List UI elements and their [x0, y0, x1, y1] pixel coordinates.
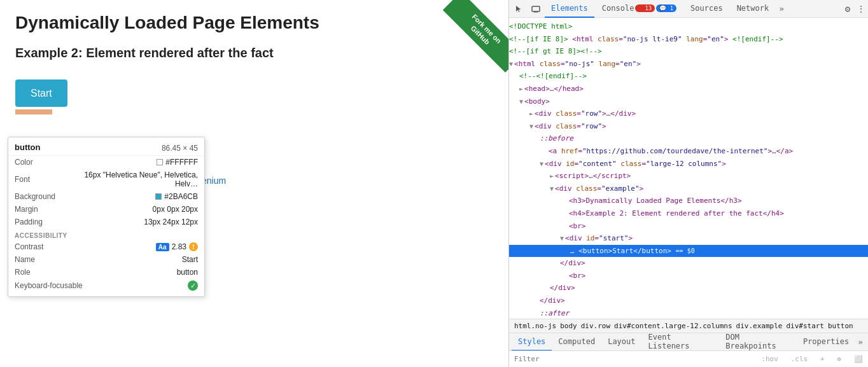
svg-rect-0	[532, 6, 540, 11]
inspector-row-contrast: Contrast Aa 2.83 !	[8, 240, 204, 253]
bc-start[interactable]: div#start	[785, 322, 825, 330]
dom-line-content-div[interactable]: <div id="content" class="large-12 column…	[509, 158, 868, 170]
dom-line-start-div[interactable]: <div id="start">	[509, 232, 868, 245]
inspector-row-padding: Padding 13px 24px 12px	[8, 216, 204, 228]
prop-name-contrast: Contrast	[15, 242, 66, 251]
bottom-tab-styles[interactable]: Styles	[512, 333, 552, 351]
prop-value-keyboard-focusable: ✓	[188, 280, 198, 291]
html-triangle[interactable]	[509, 60, 513, 67]
dom-line-div-row2[interactable]: <div class="row">	[509, 120, 868, 133]
prop-value-name: Start	[182, 255, 198, 264]
bc-button[interactable]: button	[827, 322, 855, 330]
inspector-row-color: Color #FFFFFF	[8, 156, 204, 169]
more-bottom-tabs-icon[interactable]: »	[855, 337, 865, 347]
bc-divrow[interactable]: div.row	[580, 322, 612, 330]
svg-rect-1	[534, 11, 538, 13]
tab-console[interactable]: Console 13 💬 1	[596, 0, 683, 18]
dom-line-br2[interactable]: <br>	[509, 270, 868, 282]
inspector-row-background: Background #2BA6CB	[8, 190, 204, 203]
bottom-tab-layout[interactable]: Layout	[601, 333, 641, 351]
devtools-topbar: Elements Console 13 💬 1 Sources Network …	[509, 0, 868, 18]
dom-line-anchor[interactable]: <a href="https://github.com/tourdedave/t…	[509, 145, 868, 158]
color-swatch-blue	[155, 193, 162, 200]
inspector-row-role: Role button	[8, 266, 204, 279]
device-icon-btn[interactable]	[528, 1, 543, 17]
more-tabs-icon[interactable]: »	[776, 4, 787, 13]
div-row1-triangle[interactable]	[529, 110, 533, 117]
prop-value-font: 16px "Helvetica Neue", Helvetica, Helv…	[66, 170, 198, 188]
div-row2-triangle[interactable]	[529, 123, 533, 130]
dom-line-script[interactable]: <script>…</script>	[509, 170, 868, 183]
bottom-tab-event-listeners[interactable]: Event Listeners	[642, 333, 720, 351]
color-swatch-white	[157, 159, 163, 165]
dom-line-doctype: <!DOCTYPE html>	[509, 20, 868, 33]
dom-line-close-div-start: </div>	[509, 257, 868, 270]
dom-line-button[interactable]: … <button>Start</button> == $0	[509, 245, 868, 258]
prop-value-background: #2BA6CB	[155, 192, 198, 201]
script-triangle[interactable]	[550, 172, 554, 179]
cursor-icon-btn[interactable]	[512, 1, 527, 17]
dom-line-h3[interactable]: <h3>Dynamically Loaded Page Elements</h3…	[509, 195, 868, 207]
prop-name-keyboard-focusable: Keyboard-focusable	[15, 281, 83, 290]
button-progress-bar	[15, 109, 52, 114]
start-button[interactable]: Start	[15, 80, 67, 107]
inspector-row-keyboard-focusable: Keyboard-focusable ✓	[8, 279, 204, 293]
example-title: Example 2: Element rendered after the fa…	[15, 46, 493, 60]
inspector-row-font: Font 16px "Helvetica Neue", Helvetica, H…	[8, 169, 204, 190]
accessibility-header: ACCESSIBILITY	[8, 228, 204, 240]
prop-value-margin: 0px 0px 20px	[153, 205, 198, 214]
dom-line-close-div-example: </div>	[509, 282, 868, 294]
tab-elements[interactable]: Elements	[545, 0, 594, 18]
check-icon: ✓	[188, 280, 198, 291]
breadcrumb-bar: html.no-js body div.row div#content.larg…	[509, 319, 868, 333]
bc-content[interactable]: div#content.large-12.columns	[613, 322, 733, 330]
dom-line-h4[interactable]: <h4>Example 2: Element rendered after th…	[509, 207, 868, 220]
start-div-triangle[interactable]	[560, 235, 564, 242]
dom-line-div-row1[interactable]: <div class="row">…</div>	[509, 107, 868, 120]
dom-line-close-div-content: </div>	[509, 294, 868, 307]
dom-line-br1[interactable]: <br>	[509, 220, 868, 233]
page-title: Dynamically Loaded Page Elements	[15, 13, 493, 33]
prop-name-background: Background	[15, 192, 66, 201]
body-triangle[interactable]	[519, 98, 523, 105]
prop-name-role: Role	[15, 268, 66, 277]
dom-line-body[interactable]: <body>	[509, 95, 868, 108]
contrast-warning-icon: !	[189, 242, 198, 251]
inspector-element-type: button	[15, 142, 40, 153]
bottom-tab-dom-breakpoints[interactable]: DOM Breakpoints	[719, 333, 797, 351]
example-div-triangle[interactable]	[550, 185, 554, 192]
prop-value-color: #FFFFFF	[157, 158, 198, 167]
dom-line-html[interactable]: <html class="no-js" lang="en">	[509, 58, 868, 71]
github-ribbon-label: Fork me onGitHub	[443, 0, 508, 73]
more-options-btn[interactable]: ⋮	[857, 4, 865, 14]
inspector-row-margin: Margin 0px 0px 20px	[8, 203, 204, 216]
bottom-tab-computed[interactable]: Computed	[552, 333, 601, 351]
content-div-triangle[interactable]	[540, 160, 543, 167]
bottom-tab-properties[interactable]: Properties	[797, 333, 855, 351]
tab-network[interactable]: Network	[731, 0, 776, 18]
dom-line-endif: <!--<![endif]-->	[509, 70, 868, 83]
dom-line-ie8: <!--[if IE 8]> <html class="no-js lt-ie9…	[509, 33, 868, 46]
dom-line-before: ::before	[509, 132, 868, 145]
inspector-row-name: Name Start	[8, 253, 204, 266]
bc-body[interactable]: body	[559, 322, 578, 330]
dom-line-example-div[interactable]: <div class="example">	[509, 183, 868, 195]
devtools-panel: Elements Console 13 💬 1 Sources Network …	[509, 0, 868, 367]
prop-name-name: Name	[15, 255, 66, 264]
left-panel: Fork me onGitHub Dynamically Loaded Page…	[0, 0, 509, 367]
filter-input[interactable]	[514, 355, 761, 363]
filter-hints: :hov .cls + ⊕ ⬜	[761, 355, 863, 363]
bottom-tabs-bar: Styles Computed Layout Event Listeners D…	[509, 333, 868, 350]
head-triangle[interactable]	[519, 85, 523, 92]
inspector-popup: button 86.45 × 45 Color #FFFFFF Font 16p…	[8, 137, 205, 297]
bc-html[interactable]: html.no-js	[513, 322, 557, 330]
github-ribbon[interactable]: Fork me onGitHub	[432, 0, 508, 76]
dom-line-head[interactable]: <head>…</head>	[509, 83, 868, 95]
prop-value-role: button	[177, 268, 198, 277]
prop-name-font: Font	[15, 175, 66, 184]
bc-example[interactable]: div.example	[735, 322, 784, 330]
dom-line-ie8gt: <!--[if gt IE 8]><!-->	[509, 45, 868, 58]
settings-icon-btn[interactable]: ⚙	[840, 1, 855, 17]
prop-name-margin: Margin	[15, 205, 66, 214]
tab-sources[interactable]: Sources	[684, 0, 729, 18]
